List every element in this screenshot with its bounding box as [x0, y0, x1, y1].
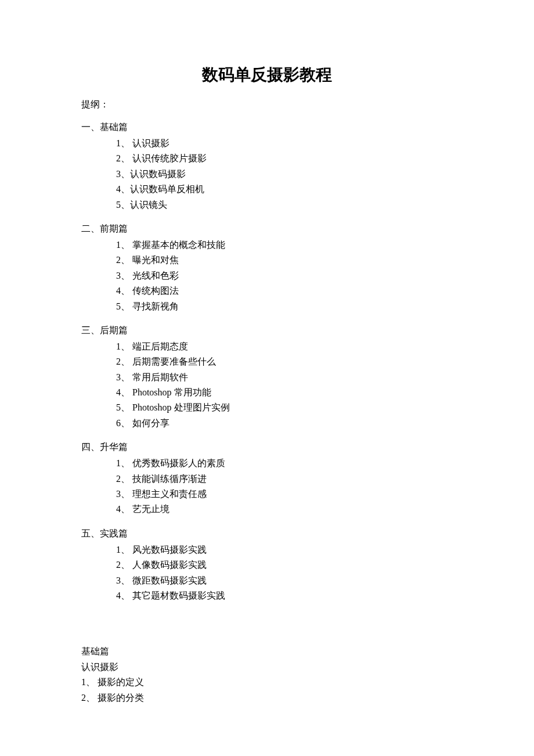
section-heading: 二、前期篇	[81, 223, 453, 235]
list-item: 2、 人像数码摄影实践	[116, 557, 453, 573]
list-item: 3、认识数码摄影	[116, 167, 453, 182]
outline-label: 提纲：	[81, 99, 453, 111]
list-item: 4、 艺无止境	[116, 502, 453, 517]
footer-heading-2: 认识摄影	[81, 660, 453, 675]
list-item: 1、 优秀数码摄影人的素质	[116, 456, 453, 471]
list-item: 5、 寻找新视角	[116, 299, 453, 314]
section-heading: 四、升华篇	[81, 441, 453, 453]
list-item: 2、 曝光和对焦	[116, 253, 453, 268]
page-title: 数码单反摄影教程	[81, 64, 453, 86]
section-items: 1、 风光数码摄影实践 2、 人像数码摄影实践 3、 微距数码摄影实践 4、 其…	[81, 542, 453, 604]
list-item: 1、 摄影的定义	[81, 675, 453, 690]
section-items: 1、 掌握基本的概念和技能 2、 曝光和对焦 3、 光线和色彩 4、 传统构图法…	[81, 237, 453, 314]
section-5: 五、实践篇 1、 风光数码摄影实践 2、 人像数码摄影实践 3、 微距数码摄影实…	[81, 528, 453, 604]
list-item: 1、 掌握基本的概念和技能	[116, 237, 453, 253]
section-heading: 一、基础篇	[81, 121, 453, 134]
section-1: 一、基础篇 1、 认识摄影 2、 认识传统胶片摄影 3、认识数码摄影 4、认识数…	[81, 121, 453, 213]
list-item: 2、 后期需要准备些什么	[116, 354, 453, 369]
list-item: 3、 常用后期软件	[116, 370, 453, 385]
list-item: 2、 认识传统胶片摄影	[116, 151, 453, 166]
list-item: 4、认识数码单反相机	[116, 182, 453, 197]
list-item: 4、 Photoshop 常用功能	[116, 385, 453, 400]
section-2: 二、前期篇 1、 掌握基本的概念和技能 2、 曝光和对焦 3、 光线和色彩 4、…	[81, 223, 453, 314]
section-4: 四、升华篇 1、 优秀数码摄影人的素质 2、 技能训练循序渐进 3、 理想主义和…	[81, 441, 453, 517]
list-item: 3、 微距数码摄影实践	[116, 573, 453, 588]
section-heading: 五、实践篇	[81, 528, 453, 540]
list-item: 1、 认识摄影	[116, 136, 453, 151]
list-item: 3、 光线和色彩	[116, 268, 453, 283]
list-item: 6、 如何分享	[116, 416, 453, 431]
list-item: 1、 端正后期态度	[116, 339, 453, 354]
list-item: 5、认识镜头	[116, 197, 453, 213]
list-item: 2、 技能训练循序渐进	[116, 471, 453, 487]
section-items: 1、 认识摄影 2、 认识传统胶片摄影 3、认识数码摄影 4、认识数码单反相机 …	[81, 136, 453, 213]
section-items: 1、 端正后期态度 2、 后期需要准备些什么 3、 常用后期软件 4、 Phot…	[81, 339, 453, 431]
footer-heading-1: 基础篇	[81, 644, 453, 659]
list-item: 4、 传统构图法	[116, 283, 453, 298]
list-item: 1、 风光数码摄影实践	[116, 542, 453, 557]
list-item: 5、 Photoshop 处理图片实例	[116, 400, 453, 415]
footer-block: 基础篇 认识摄影 1、 摄影的定义 2、 摄影的分类	[81, 644, 453, 705]
page-container: 数码单反摄影教程 提纲： 一、基础篇 1、 认识摄影 2、 认识传统胶片摄影 3…	[0, 0, 534, 740]
section-3: 三、后期篇 1、 端正后期态度 2、 后期需要准备些什么 3、 常用后期软件 4…	[81, 325, 453, 431]
list-item: 3、 理想主义和责任感	[116, 487, 453, 502]
section-items: 1、 优秀数码摄影人的素质 2、 技能训练循序渐进 3、 理想主义和责任感 4、…	[81, 456, 453, 517]
list-item: 4、 其它题材数码摄影实践	[116, 588, 453, 603]
list-item: 2、 摄影的分类	[81, 690, 453, 705]
section-heading: 三、后期篇	[81, 325, 453, 337]
